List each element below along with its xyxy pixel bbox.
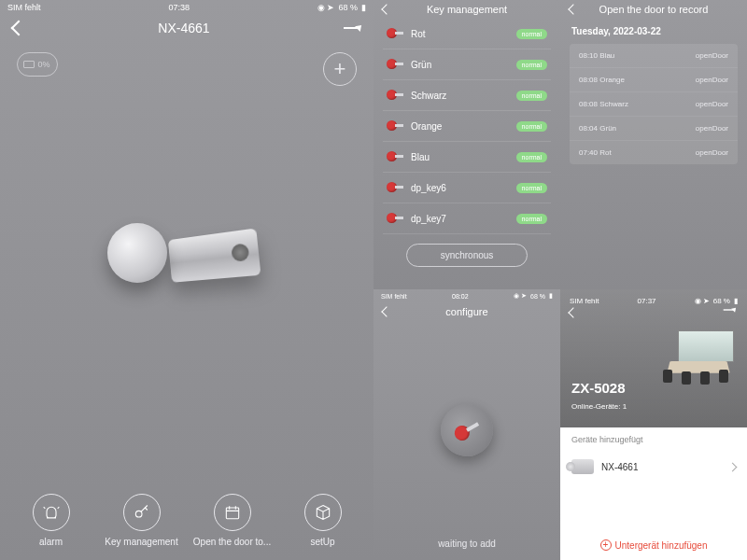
back-icon[interactable]	[568, 307, 578, 317]
nav-alarm[interactable]: alarm	[9, 494, 93, 547]
key-row[interactable]: dp_key7normal	[383, 203, 551, 234]
nav-open-door-record[interactable]: Open the door to...	[190, 494, 275, 547]
back-icon[interactable]	[11, 21, 27, 36]
key-icon	[387, 179, 403, 196]
device-main-screen: SIM fehlt 07:38 ◉ ➤68 %▮ NX-4661 0% + al…	[0, 0, 374, 560]
header: Key management	[374, 0, 560, 19]
top-controls: 0% +	[0, 41, 374, 97]
key-row[interactable]: Orangenormal	[383, 111, 551, 142]
record-row[interactable]: 07:40 RotopenDoor	[570, 141, 738, 164]
key-row[interactable]: Rotnormal	[383, 19, 551, 49]
synchronous-button[interactable]: synchronous	[406, 244, 528, 267]
office-image	[663, 330, 734, 383]
key-icon	[123, 494, 161, 531]
lock-cylinder-image	[107, 206, 266, 309]
key-row[interactable]: Grünnormal	[383, 49, 551, 80]
room-name: ZX-5028	[571, 380, 626, 396]
header: NX-4661	[0, 15, 374, 41]
key-icon	[387, 56, 403, 73]
add-subdevice-button[interactable]: + Untergerät hinzufügen	[560, 539, 747, 551]
status-bar: SIM fehlt07:37 ◉ ➤68 %▮	[570, 297, 738, 305]
key-list: Rotnormal Grünnormal Schwarznormal Orang…	[374, 19, 560, 234]
status-bar: SIM fehlt 08:02 ◉ ➤68 %▮	[374, 289, 560, 302]
status-badge: normal	[516, 60, 547, 70]
status-badge: normal	[516, 214, 547, 224]
header: Open the door to record	[560, 0, 747, 19]
nav-key-management[interactable]: Key management	[100, 494, 184, 547]
record-row[interactable]: 08:04 GrünopenDoor	[570, 117, 738, 141]
key-row[interactable]: Schwarznormal	[383, 80, 551, 111]
nav-label: Key management	[105, 537, 177, 547]
device-row[interactable]: NX-4661	[560, 452, 747, 482]
key-row[interactable]: Blaunormal	[383, 142, 551, 173]
key-icon	[387, 210, 403, 227]
lock-icon	[571, 459, 594, 474]
edit-icon[interactable]	[724, 309, 736, 310]
device-name: NX-4661	[601, 462, 722, 472]
section-header: Geräte hinzugefügt	[560, 427, 747, 452]
online-devices: Online-Geräte: 1	[571, 402, 627, 411]
header: configure	[374, 302, 560, 321]
room-hero: SIM fehlt07:37 ◉ ➤68 %▮ ZX-5028 Online-G…	[560, 289, 747, 427]
record-date: Tuesday, 2022-03-22	[560, 19, 747, 44]
key-icon	[387, 25, 403, 42]
status-badge: normal	[516, 91, 547, 101]
status-badge: normal	[516, 183, 547, 193]
status-right: ◉ ➤68 %▮	[317, 3, 366, 12]
alarm-icon	[33, 494, 70, 531]
page-title: configure	[445, 306, 487, 317]
page-title: Open the door to record	[599, 4, 709, 15]
calendar-icon	[214, 494, 251, 531]
back-icon[interactable]	[381, 306, 391, 316]
key-management-screen: Key management Rotnormal Grünnormal Schw…	[374, 0, 560, 289]
carrier: SIM fehlt	[7, 3, 41, 12]
nav-label: alarm	[39, 537, 63, 547]
key-icon	[387, 118, 403, 134]
page-title: NX-4661	[158, 21, 209, 35]
record-row[interactable]: 08:08 SchwarzopenDoor	[570, 92, 738, 117]
edit-icon[interactable]	[344, 27, 360, 29]
bottom-nav: alarm Key management Open the door to...…	[0, 481, 374, 560]
record-row[interactable]: 08:08 OrangeopenDoor	[570, 68, 738, 92]
plus-icon: +	[600, 539, 612, 551]
key-icon	[449, 413, 485, 448]
nav-setup[interactable]: setUp	[281, 494, 365, 547]
svg-rect-1	[226, 508, 238, 519]
record-list: 08:10 BlauopenDoor 08:08 OrangeopenDoor …	[570, 44, 738, 164]
door-record-screen: Open the door to record Tuesday, 2022-03…	[560, 0, 747, 289]
chevron-right-icon	[728, 462, 738, 471]
back-icon[interactable]	[568, 4, 578, 14]
nav-label: setUp	[310, 537, 334, 547]
status-badge: normal	[516, 152, 547, 162]
key-row[interactable]: dp_key6normal	[383, 173, 551, 203]
add-button[interactable]: +	[323, 52, 357, 86]
configure-screen: SIM fehlt 08:02 ◉ ➤68 %▮ configure waiti…	[374, 289, 560, 560]
status-badge: normal	[516, 121, 547, 132]
home-screen: SIM fehlt07:37 ◉ ➤68 %▮ ZX-5028 Online-G…	[560, 289, 747, 560]
status-badge: normal	[516, 29, 547, 39]
record-row[interactable]: 08:10 BlauopenDoor	[570, 44, 738, 68]
cube-icon	[304, 494, 342, 531]
svg-point-0	[135, 511, 142, 517]
back-icon[interactable]	[381, 4, 391, 14]
configure-key-circle[interactable]	[441, 404, 493, 456]
time: 07:38	[168, 3, 190, 12]
key-icon	[387, 87, 403, 104]
waiting-label: waiting to add	[374, 539, 560, 549]
status-bar: SIM fehlt 07:38 ◉ ➤68 %▮	[0, 0, 374, 15]
battery-indicator[interactable]: 0%	[17, 52, 58, 77]
page-title: Key management	[427, 4, 507, 15]
nav-label: Open the door to...	[193, 537, 271, 547]
key-icon	[387, 148, 403, 165]
